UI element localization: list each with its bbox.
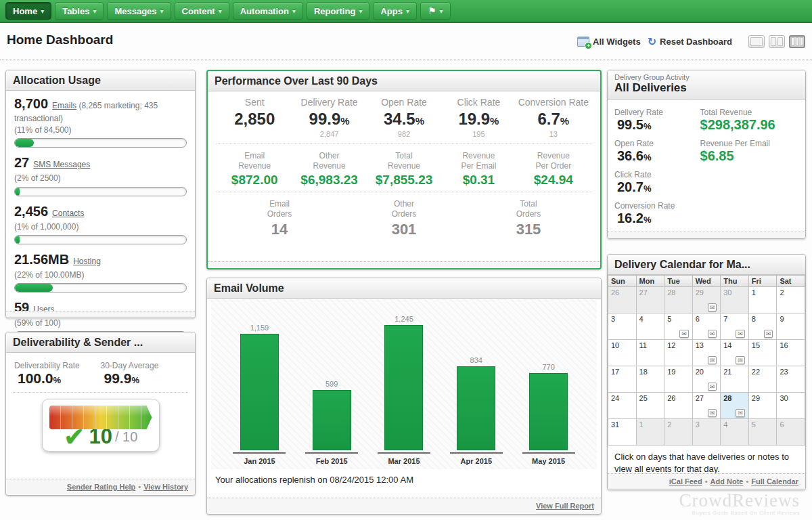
calendar-day[interactable]: 29✉ bbox=[692, 287, 721, 313]
reset-dashboard-button[interactable]: ↻ Reset Dashboard bbox=[648, 35, 732, 48]
stat-label: 30-Day Average bbox=[101, 361, 187, 370]
delivery-group-stat: Revenue Per Email$6.85 bbox=[700, 139, 798, 164]
weekday-header: Wed bbox=[692, 276, 721, 287]
refresh-icon: ↻ bbox=[648, 35, 656, 48]
calendar-day[interactable]: 6✉ bbox=[692, 313, 721, 340]
crowdreviews-watermark: CrowdReviews Buyers Guide Based On Clien… bbox=[679, 492, 800, 516]
performance-stat: Sent2,850 bbox=[217, 97, 292, 139]
stat-label: Deliverability Rate bbox=[14, 361, 101, 370]
mail-icon[interactable]: ✉ bbox=[708, 383, 717, 391]
calendar-day[interactable]: 5✉ bbox=[664, 313, 693, 340]
pane bbox=[771, 37, 776, 46]
link-ical-feed[interactable]: iCal Feed bbox=[669, 477, 702, 485]
calendar-day: 16 bbox=[777, 340, 805, 366]
widget-title: Performance Over Last 90 Days bbox=[208, 71, 600, 91]
link-add-note[interactable]: Add Note bbox=[710, 477, 744, 485]
allocation-link[interactable]: Hosting bbox=[73, 257, 101, 266]
chart-bar-group: 1,245Mar 2015 bbox=[378, 315, 430, 465]
link-view-history[interactable]: View History bbox=[143, 483, 188, 491]
layout-one-column-button[interactable] bbox=[748, 35, 765, 48]
link-sender-rating-help[interactable]: Sender Rating Help bbox=[67, 483, 135, 491]
chart-bar[interactable] bbox=[313, 390, 351, 450]
allocation-link[interactable]: SMS Messages bbox=[33, 160, 90, 169]
nav-content[interactable]: Content▾ bbox=[175, 2, 229, 20]
day-number: 29 bbox=[696, 288, 704, 297]
mail-icon[interactable]: ✉ bbox=[764, 330, 773, 338]
progress-bar-fill bbox=[15, 236, 20, 244]
revenue-stat: TotalRevenue$7,855.23 bbox=[367, 151, 441, 188]
mail-icon[interactable]: ✉ bbox=[736, 356, 745, 364]
widget-footer: Sender Rating Help•View History bbox=[6, 479, 195, 495]
calendar-day[interactable]: 20✉ bbox=[692, 366, 721, 393]
layout-three-column-button[interactable] bbox=[789, 35, 805, 48]
stat-value: 20.7% bbox=[614, 179, 700, 195]
calendar-day[interactable]: 8✉ bbox=[748, 313, 777, 340]
stat-value: $24.94 bbox=[516, 173, 591, 188]
view-full-report-link[interactable]: View Full Report bbox=[536, 502, 594, 510]
mail-icon[interactable]: ✉ bbox=[736, 409, 745, 417]
link-separator: • bbox=[138, 483, 141, 491]
calendar-day[interactable]: 14✉ bbox=[721, 340, 749, 366]
chevron-down-icon: ▾ bbox=[359, 7, 362, 15]
day-number: 10 bbox=[611, 341, 619, 349]
bar-value-label: 1,159 bbox=[250, 324, 269, 332]
weekday-header: Sun bbox=[608, 276, 637, 287]
calendar-day[interactable]: 7✉ bbox=[721, 313, 749, 340]
allocation-line: 2,456Contacts bbox=[14, 202, 187, 221]
calendar-day: 4 bbox=[721, 419, 749, 446]
deliverability-stat: Deliverability Rate100.0% bbox=[14, 361, 101, 387]
mail-icon[interactable]: ✉ bbox=[708, 303, 717, 311]
chevron-down-icon: ▾ bbox=[406, 7, 409, 15]
mail-icon[interactable]: ✉ bbox=[736, 330, 745, 338]
performance-stat: Conversion Rate6.7%13 bbox=[516, 97, 591, 139]
nav-messages[interactable]: Messages▾ bbox=[107, 2, 171, 20]
layout-two-column-button[interactable] bbox=[769, 35, 785, 48]
allocation-usage-widget: Allocation Usage 8,700Emails (8,265 mark… bbox=[5, 70, 196, 318]
calendar-day[interactable]: 28✉ bbox=[721, 393, 749, 419]
bar-value-label: 834 bbox=[470, 356, 482, 364]
nav-home[interactable]: Home▾ bbox=[5, 2, 51, 20]
nav-automation[interactable]: Automation▾ bbox=[233, 2, 303, 20]
allocation-link[interactable]: Emails bbox=[52, 101, 76, 110]
add-widget-icon: + bbox=[577, 37, 589, 47]
stat-value: 315 bbox=[466, 221, 591, 238]
mail-icon[interactable]: ✉ bbox=[708, 330, 717, 338]
allocation-item: 2,456Contacts(1% of 1,000,000) bbox=[14, 202, 187, 244]
calendar-day: 9 bbox=[777, 313, 805, 340]
weekday-header: Mon bbox=[636, 276, 664, 287]
day-number: 17 bbox=[611, 368, 619, 376]
stat-unit: % bbox=[644, 215, 652, 225]
calendar-day[interactable]: 27✉ bbox=[692, 393, 721, 419]
mail-icon[interactable]: ✉ bbox=[679, 330, 689, 338]
chart-bar[interactable] bbox=[529, 373, 568, 450]
nav-tables[interactable]: Tables▾ bbox=[55, 2, 104, 20]
nav-flag-button[interactable]: ⚑▾ bbox=[420, 2, 451, 20]
chart-bar[interactable] bbox=[457, 366, 495, 450]
main-nav: Home▾Tables▾Messages▾Content▾Automation▾… bbox=[0, 0, 812, 23]
allocation-usage-text: (1% of 1,000,000) bbox=[14, 221, 187, 232]
header-divider bbox=[0, 60, 812, 60]
sender-rating-gauge: ✔ 10 / 10 bbox=[6, 393, 195, 452]
day-number: 2 bbox=[780, 288, 784, 297]
day-number: 21 bbox=[723, 368, 731, 376]
email-volume-widget: Email Volume 1,159Jan 2015599Feb 20151,2… bbox=[206, 278, 602, 515]
chart-bar[interactable] bbox=[240, 334, 279, 450]
calendar-day[interactable]: 13✉ bbox=[692, 340, 721, 366]
nav-apps[interactable]: Apps▾ bbox=[373, 2, 417, 20]
nav-reporting[interactable]: Reporting▾ bbox=[307, 2, 369, 20]
mail-icon[interactable]: ✉ bbox=[708, 409, 717, 417]
calendar-day: 22 bbox=[748, 366, 777, 393]
link-full-calendar[interactable]: Full Calendar bbox=[751, 477, 798, 485]
chart-bar-group: 1,159Jan 2015 bbox=[233, 324, 286, 465]
mail-icon[interactable]: ✉ bbox=[708, 356, 717, 364]
performance-stat: Open Rate34.5%982 bbox=[367, 97, 441, 139]
allocation-item: 8,700Emails (8,265 marketing; 435 transa… bbox=[14, 95, 187, 148]
nav-label: Reporting bbox=[314, 6, 355, 16]
all-widgets-button[interactable]: + All Widgets bbox=[577, 37, 641, 47]
stat-value: 100.0% bbox=[14, 370, 101, 387]
performance-stat: Click Rate19.9%195 bbox=[441, 97, 516, 139]
allocation-link[interactable]: Contacts bbox=[52, 209, 84, 218]
chart-bar[interactable] bbox=[384, 325, 423, 450]
stat-label: Total Revenue bbox=[700, 108, 798, 117]
stat-value: $7,855.23 bbox=[367, 173, 441, 188]
